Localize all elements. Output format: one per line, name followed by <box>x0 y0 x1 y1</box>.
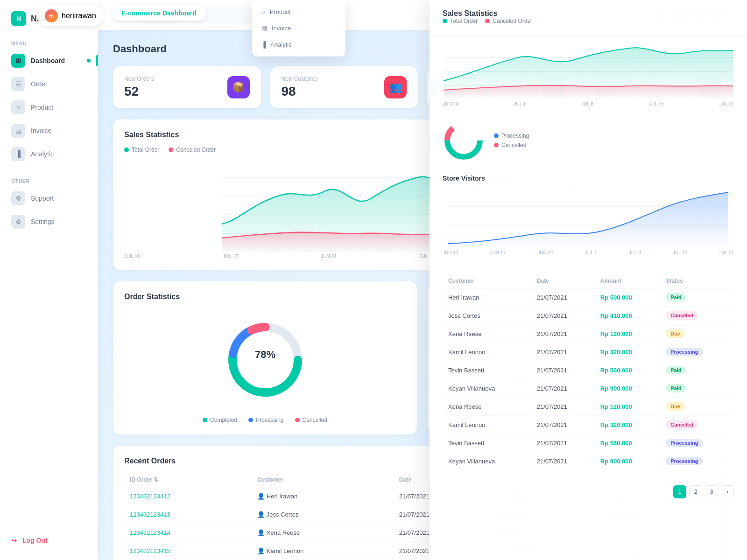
sidebar-dashboard-label: Dashboard <box>31 57 65 64</box>
sidebar-item-dashboard[interactable]: ⊞ Dashboard <box>0 49 98 72</box>
sidebar-settings-label: Settings <box>31 218 55 225</box>
panel-dot-total <box>443 19 447 23</box>
order-statistics-card: Order Statistics 78% <box>113 281 417 434</box>
legend-completed: Completed <box>203 417 237 423</box>
panel-table-row: Tevin Bassett 21/07/2021 Rp 560.000 Paid <box>443 361 734 379</box>
panel-table-row: Keyan Villanueva 21/07/2021 Rp 900.000 P… <box>443 452 734 470</box>
page-btn-2[interactable]: 2 <box>689 485 702 498</box>
panel-sv-2: JUN 24 <box>537 250 553 255</box>
logout-label: Log Out <box>22 537 48 544</box>
panel-status-badge: Canceled <box>666 420 698 429</box>
panel-dot-canceled <box>485 19 490 23</box>
orders-icon-box: 📦 <box>227 76 250 98</box>
legend-cancelled: Cancelled <box>295 417 327 423</box>
panel-processing-label: Processing <box>501 133 529 139</box>
panel-table-row: Heri Irawan 21/07/2021 Rp 500.000 Paid <box>443 288 734 307</box>
panel-status-badge: Paid <box>666 293 686 301</box>
logout-button[interactable]: ↪ Log Out <box>0 532 98 549</box>
panel-td-customer: Xena Reese <box>443 325 531 343</box>
customer-avatar-icon: 👤 <box>257 547 265 554</box>
legend-total-order: Total Order <box>124 147 159 153</box>
td-customer: 👤 Xena Reese <box>252 524 394 542</box>
panel-td-date: 21/07/2021 <box>531 343 595 361</box>
panel-status-badge: Paid <box>666 384 686 392</box>
panel-store-title: Store Visitors <box>443 175 734 182</box>
panel-legend-total: Total Order <box>443 18 478 24</box>
stat-card-orders: New Orders 52 📦 <box>113 66 261 108</box>
legend-processing-label: Processing <box>256 417 283 423</box>
sidebar-item-product[interactable]: ○ Product <box>0 96 98 119</box>
panel-sales-svg <box>443 43 734 99</box>
panel-legend-cancelled: Cancelled <box>494 142 529 148</box>
sidebar: N NAKO MENU ⊞ Dashboard ☰ Order ○ Produc… <box>0 0 98 560</box>
analytic-nav-icon: ▐ <box>11 147 25 161</box>
product-icon: ○ <box>261 8 265 15</box>
user-badge-name: heriirawan <box>62 12 96 20</box>
sidebar-invoice-label: Invoice <box>31 127 51 134</box>
order-icon: ☰ <box>11 77 25 91</box>
sidebar-item-settings[interactable]: ⚙ Settings <box>0 210 98 233</box>
other-section-label: OTHER <box>0 175 98 187</box>
right-panel: Sales Statistics Total Order Canceled Or… <box>430 0 747 560</box>
td-id: 123432123415 <box>124 542 252 560</box>
panel-td-amount: Rp 900.000 <box>595 452 660 470</box>
panel-td-status: Paid <box>660 361 734 379</box>
orders-icon: 📦 <box>232 81 245 93</box>
panel-td-amount: Rp 320.000 <box>595 343 660 361</box>
panel-store-x-labels: JUN 10 JUN 17 JUN 24 JUL 1 JUL 8 JUL 15 … <box>443 248 734 255</box>
sidebar-item-support[interactable]: ⚙ Support <box>0 187 98 210</box>
panel-sales-x-labels: JUN 24 JUL 1 JUL 8 JUL 15 JUL 21 <box>443 99 734 106</box>
panel-td-amount: Rp 120.000 <box>595 325 660 343</box>
menu-section-label: MENU <box>0 37 98 49</box>
panel-col-date: Date <box>531 274 595 288</box>
panel-td-status: Canceled <box>660 416 734 434</box>
panel-sv-0: JUN 10 <box>443 250 458 255</box>
panel-order-legend: Processing Cancelled <box>494 133 529 148</box>
donut-chart: 78% <box>223 318 307 402</box>
customer-avatar-icon: 👤 <box>257 529 265 536</box>
panel-td-status: Processing <box>660 343 734 361</box>
td-customer: 👤 Heri Irawan <box>252 487 394 505</box>
sidebar-product-label: Product <box>31 104 53 111</box>
panel-td-customer: Xena Reese <box>443 398 531 416</box>
invoice-icon: ▦ <box>261 25 267 32</box>
panel-td-customer: Tevin Bassett <box>443 361 531 379</box>
panel-legend-canceled-label: Canceled Order <box>493 18 532 24</box>
panel-td-date: 21/07/2021 <box>531 379 595 398</box>
dropdown-analytic-label: Analytic <box>270 41 292 48</box>
panel-td-status: Due <box>660 398 734 416</box>
panel-x-2: JUL 8 <box>581 101 593 106</box>
stat-label-customers: New Customer <box>282 76 318 82</box>
sidebar-item-invoice[interactable]: ▦ Invoice <box>0 119 98 142</box>
dropdown-item-invoice[interactable]: ▦ Invoice <box>252 20 345 36</box>
panel-td-status: Paid <box>660 288 734 307</box>
pagination: 1 2 3 › <box>430 478 747 506</box>
logout-icon: ↪ <box>11 537 17 544</box>
customer-avatar-icon: 👤 <box>257 493 265 500</box>
panel-x-1: JUL 1 <box>514 101 526 106</box>
dropdown-item-product[interactable]: ○ Product <box>252 4 345 20</box>
sidebar-item-analytic[interactable]: ▐ Analytic <box>0 142 98 166</box>
panel-td-amount: Rp 120.000 <box>595 398 660 416</box>
panel-td-amount: Rp 900.000 <box>595 379 660 398</box>
panel-table-row: Xena Reese 21/07/2021 Rp 120.000 Due <box>443 325 734 343</box>
page-next-btn[interactable]: › <box>721 485 734 498</box>
customers-icon: 👥 <box>389 81 402 93</box>
x-label-1: JUN 17 <box>223 254 238 259</box>
sidebar-item-order[interactable]: ☰ Order <box>0 72 98 96</box>
page-btn-1[interactable]: 1 <box>673 485 686 498</box>
x-label-2: JUN 24 <box>321 254 336 259</box>
panel-td-status: Processing <box>660 452 734 470</box>
td-customer: 👤 Kamil Lennon <box>252 542 394 560</box>
legend-canceled-order: Canceled Order <box>169 147 216 153</box>
panel-orders-table: Customer Date Amount Status Heri Irawan … <box>443 274 734 470</box>
stat-card-customers: New Customer 98 👥 <box>270 66 418 108</box>
stat-value-customers: 98 <box>282 84 318 99</box>
dropdown-item-analytic[interactable]: ▐ Analytic <box>252 36 345 53</box>
dashboard-icon: ⊞ <box>11 54 25 68</box>
panel-dot-cancelled <box>494 143 499 147</box>
panel-legend-total-label: Total Order <box>450 18 478 24</box>
page-btn-3[interactable]: 3 <box>705 485 718 498</box>
panel-td-date: 21/07/2021 <box>531 325 595 343</box>
panel-table-body: Heri Irawan 21/07/2021 Rp 500.000 Paid J… <box>443 288 734 470</box>
